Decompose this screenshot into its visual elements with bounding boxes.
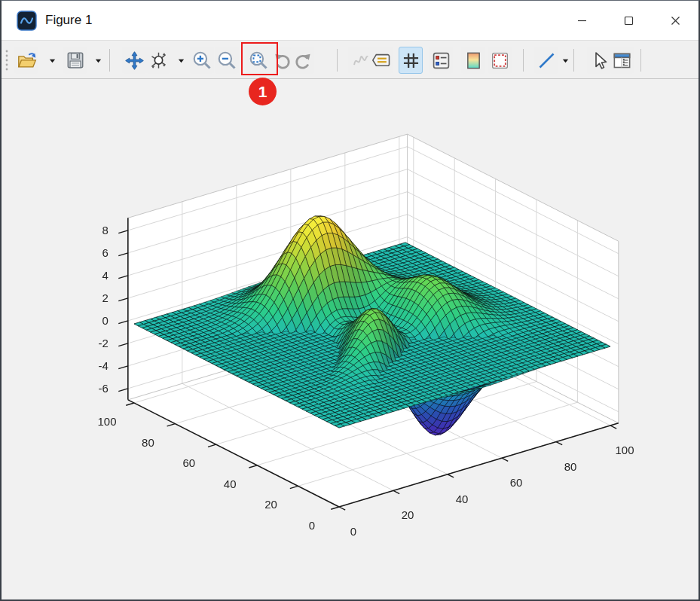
open-folder-icon (17, 50, 37, 71)
caret-down-icon (561, 56, 570, 65)
axes-properties-button[interactable] (429, 47, 453, 74)
separator-3 (523, 49, 524, 72)
toolbar-grip[interactable] (5, 48, 11, 72)
zoom-out-icon (216, 50, 237, 71)
callout-note-icon (371, 50, 391, 71)
draw-line-dropdown[interactable] (560, 47, 570, 74)
open-figure-button[interactable] (14, 47, 38, 74)
rotate-3d-icon (148, 50, 169, 71)
axes-legend-icon (431, 50, 451, 71)
scilab-app-icon (17, 11, 37, 31)
caret-down-icon (94, 56, 102, 65)
rotate-3d-dropdown[interactable] (176, 47, 186, 74)
pointer-arrow-icon (589, 50, 610, 71)
pan-button[interactable] (122, 47, 146, 74)
zoom-fit-button[interactable] (246, 47, 271, 74)
save-figure-button[interactable] (63, 47, 87, 74)
annotation-button[interactable] (368, 47, 393, 74)
zoom-in-icon (191, 50, 212, 71)
select-pointer-button[interactable] (587, 47, 611, 74)
pan-arrows-icon (124, 50, 145, 71)
separator-4 (573, 49, 574, 72)
annotation-step-badge: 1 (249, 78, 277, 105)
separator-2 (337, 49, 338, 72)
draw-line-button[interactable] (534, 47, 558, 74)
save-figure-dropdown[interactable] (93, 47, 103, 74)
line-tool-icon (536, 50, 557, 71)
properties-panel-button[interactable] (610, 47, 634, 74)
minimize-button[interactable] (558, 1, 605, 40)
zoom-out-button[interactable] (215, 47, 239, 74)
canvas-size-button[interactable] (488, 47, 512, 74)
window-title: Figure 1 (45, 13, 92, 28)
rotate-3d-button[interactable] (146, 47, 170, 74)
grid-toggle-button[interactable] (399, 47, 423, 74)
open-figure-dropdown[interactable] (47, 47, 57, 74)
figure-toolbar (2, 40, 698, 79)
caret-down-icon (177, 56, 185, 65)
maximize-icon (624, 16, 634, 26)
save-floppy-icon (66, 50, 85, 70)
separator-5 (640, 49, 641, 72)
grid-hash-icon (401, 50, 421, 71)
separator-1 (109, 49, 110, 72)
dashed-selection-icon (490, 50, 510, 71)
curve-squiggle-icon (350, 50, 371, 71)
redo-arrow-icon (292, 50, 313, 71)
window-controls (558, 1, 698, 40)
close-icon (671, 16, 680, 26)
colormap-gradient-icon (463, 50, 484, 71)
figure-window: Figure 1 1 (0, 0, 700, 601)
figure-canvas[interactable] (2, 79, 698, 599)
maximize-button[interactable] (605, 1, 652, 40)
plot-area (2, 79, 698, 599)
zoom-in-button[interactable] (190, 47, 214, 74)
close-button[interactable] (652, 1, 698, 40)
title-bar[interactable]: Figure 1 (2, 1, 698, 40)
redo-button[interactable] (290, 47, 314, 74)
colormap-button[interactable] (461, 47, 485, 74)
caret-down-icon (48, 56, 57, 65)
minimize-icon (577, 16, 587, 26)
properties-window-icon (612, 50, 632, 71)
zoom-fit-icon (248, 50, 269, 71)
